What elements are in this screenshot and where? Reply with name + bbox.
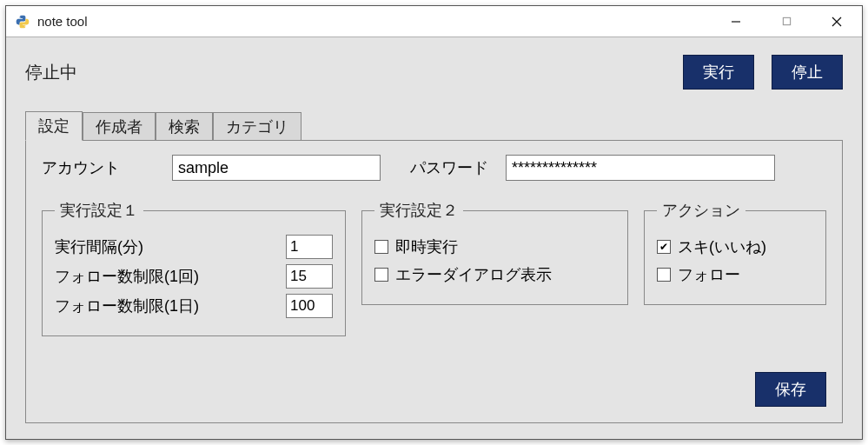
tab-search[interactable]: 検索 <box>156 112 213 141</box>
immediate-row[interactable]: 即時実行 <box>374 236 615 257</box>
errdlg-row[interactable]: エラーダイアログ表示 <box>374 264 615 285</box>
python-icon <box>15 14 30 30</box>
interval-row: 実行間隔(分) <box>55 235 333 259</box>
limit-day-label: フォロー数制限(1日) <box>55 296 275 316</box>
save-row: 保存 <box>42 360 826 407</box>
like-label: スキ(いいね) <box>678 236 766 257</box>
limit-once-label: フォロー数制限(1回) <box>55 266 275 287</box>
immediate-label: 即時実行 <box>395 236 458 257</box>
run-settings-1-legend: 実行設定１ <box>55 200 143 221</box>
follow-row[interactable]: フォロー <box>657 264 813 285</box>
interval-label: 実行間隔(分) <box>55 236 275 257</box>
account-input[interactable] <box>172 155 381 181</box>
follow-checkbox[interactable] <box>657 268 671 282</box>
account-label: アカウント <box>42 157 155 178</box>
run-settings-2-legend: 実行設定２ <box>374 200 463 221</box>
account-row: アカウント パスワード <box>42 155 826 181</box>
tab-strip: 設定 作成者 検索 カテゴリ <box>25 110 843 140</box>
svg-rect-1 <box>783 17 790 24</box>
like-row[interactable]: スキ(いいね) <box>657 236 813 257</box>
follow-label: フォロー <box>678 264 740 285</box>
window-title: note tool <box>37 14 88 29</box>
groups-row: 実行設定１ 実行間隔(分) フォロー数制限(1回) フォロー数制限(1日) <box>42 200 826 336</box>
tab-authors[interactable]: 作成者 <box>83 112 156 141</box>
limit-day-input[interactable] <box>286 294 333 318</box>
password-label: パスワード <box>410 157 488 178</box>
errdlg-label: エラーダイアログ表示 <box>395 264 552 285</box>
limit-once-input[interactable] <box>286 264 333 289</box>
immediate-checkbox[interactable] <box>374 240 388 254</box>
action-legend: アクション <box>657 200 745 221</box>
tab-settings[interactable]: 設定 <box>25 111 83 141</box>
top-buttons: 実行 停止 <box>683 55 843 90</box>
tab-category[interactable]: カテゴリ <box>213 112 301 141</box>
maximize-button[interactable] <box>761 6 812 37</box>
status-label: 停止中 <box>25 61 77 84</box>
run-settings-2-group: 実行設定２ 即時実行 エラーダイアログ表示 <box>361 200 628 305</box>
minimize-button[interactable] <box>711 6 761 37</box>
run-settings-1-group: 実行設定１ 実行間隔(分) フォロー数制限(1回) フォロー数制限(1日) <box>42 200 346 336</box>
top-row: 停止中 実行 停止 <box>25 55 843 90</box>
stop-button[interactable]: 停止 <box>772 55 843 90</box>
app-window: note tool 停止中 実行 停止 設定 作成者 検索 カテゴリ <box>5 5 863 440</box>
interval-input[interactable] <box>286 235 333 259</box>
close-button[interactable] <box>812 6 862 37</box>
action-group: アクション スキ(いいね) フォロー <box>644 200 826 305</box>
client-area: 停止中 実行 停止 設定 作成者 検索 カテゴリ アカウント パスワード 実行設… <box>6 37 862 439</box>
password-input[interactable] <box>506 155 775 181</box>
window-controls <box>711 6 862 37</box>
like-checkbox[interactable] <box>657 240 671 254</box>
limit-once-row: フォロー数制限(1回) <box>55 264 333 289</box>
run-button[interactable]: 実行 <box>683 55 754 90</box>
errdlg-checkbox[interactable] <box>374 268 388 282</box>
titlebar: note tool <box>6 6 862 37</box>
limit-day-row: フォロー数制限(1日) <box>55 294 333 318</box>
save-button[interactable]: 保存 <box>755 372 826 407</box>
tab-panel-settings: アカウント パスワード 実行設定１ 実行間隔(分) フォロー数制限(1回) <box>25 140 843 423</box>
